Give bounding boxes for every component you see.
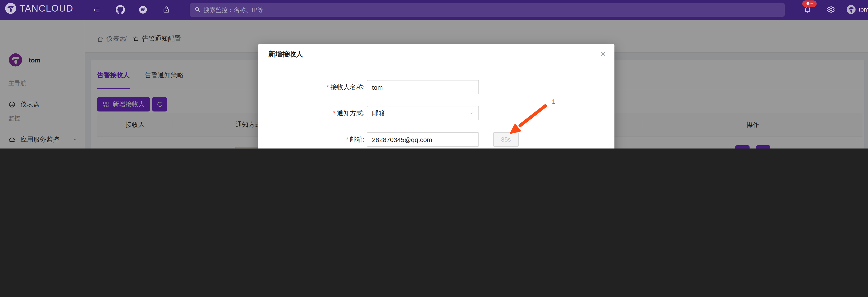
search-placeholder: 搜索监控：名称、IP等	[204, 6, 264, 14]
github-icon[interactable]	[116, 5, 125, 16]
lock-icon[interactable]	[162, 5, 171, 15]
modal-title: 新增接收人	[268, 50, 303, 59]
send-code-countdown-button[interactable]: 35s	[493, 132, 519, 147]
monitor-search-input[interactable]: 搜索监控：名称、IP等	[190, 3, 785, 16]
menu-fold-icon[interactable]	[93, 6, 100, 15]
notification-count-badge: 99+	[802, 0, 817, 7]
top-navbar: TANCLOUD 搜索监控：名称、IP等 99+ tom	[0, 0, 868, 20]
close-icon[interactable]: ✕	[598, 48, 608, 60]
avatar	[847, 5, 856, 14]
search-icon	[194, 6, 200, 14]
field-label-method: *通知方式:	[258, 106, 365, 120]
brand-name: TANCLOUD	[20, 3, 73, 14]
user-menu[interactable]: tom	[846, 5, 868, 14]
field-label-email: *邮箱:	[258, 132, 365, 147]
gitee-icon[interactable]	[138, 5, 148, 16]
email-input[interactable]	[367, 132, 479, 147]
modal-header-divider	[258, 69, 615, 69]
topbar-username: tom	[859, 6, 868, 13]
tancloud-logo-icon	[5, 3, 16, 14]
chevron-down-icon	[469, 109, 474, 117]
settings-gear-icon[interactable]	[826, 5, 835, 15]
app-window: TANCLOUD 搜索监控：名称、IP等 99+ tom tom 主导航 仪表盘…	[0, 0, 868, 148]
notify-method-select[interactable]: 邮箱	[367, 106, 479, 120]
recipient-name-input[interactable]	[367, 80, 479, 94]
field-label-name: *接收人名称:	[258, 80, 365, 94]
add-recipient-modal: 新增接收人 ✕ *接收人名称: *通知方式: 邮箱 *邮箱: 35s *验证码:…	[258, 44, 615, 148]
brand-logo[interactable]: TANCLOUD	[5, 2, 73, 14]
